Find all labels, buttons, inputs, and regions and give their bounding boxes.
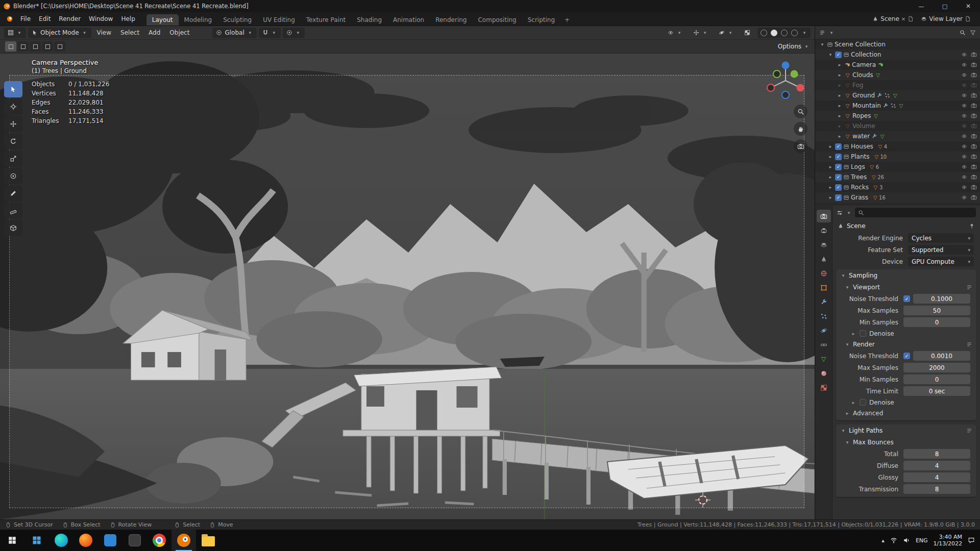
outliner-row-camera[interactable]: ▸ Camera — [815, 60, 980, 70]
visibility-dropdown[interactable]: ▾ — [664, 28, 686, 38]
rendered-shading-button[interactable] — [791, 30, 798, 36]
select-mode-subtract-button[interactable] — [30, 41, 41, 52]
disclosure-icon[interactable]: ▸ — [837, 72, 843, 78]
disclosure-icon[interactable]: ▸ — [837, 123, 843, 129]
close-button[interactable]: ✕ — [957, 0, 980, 12]
taskbar-app-dark[interactable] — [122, 530, 147, 551]
render-visibility-icon[interactable] — [971, 184, 977, 190]
outliner-row-houses[interactable]: ▸ ✓ Houses ▽4 — [815, 141, 980, 152]
collection-checkbox[interactable]: ✓ — [835, 184, 842, 191]
taskbar-app-grid[interactable] — [24, 530, 49, 551]
view-layer-selector[interactable]: View Layer — [919, 14, 973, 23]
workspace-tab-animation[interactable]: Animation — [387, 14, 430, 26]
hide-eye-icon[interactable] — [961, 62, 967, 68]
outliner-row-rocks[interactable]: ▸ ✓ Rocks ▽3 — [815, 182, 980, 192]
collection-checkbox[interactable]: ✓ — [835, 174, 842, 181]
camera-view-button[interactable] — [794, 139, 807, 153]
time-limit-field[interactable]: 0 sec — [903, 386, 970, 396]
outliner-row-fog[interactable]: ▸ ▽ Fog — [815, 80, 980, 90]
disclosure-icon[interactable]: ▸ — [827, 154, 834, 159]
select-mode-intersect-button[interactable] — [54, 41, 65, 52]
viewport-subpanel-header[interactable]: ▾ Viewport — [836, 282, 976, 293]
menu-render[interactable]: Render — [55, 15, 85, 22]
hide-eye-icon[interactable] — [961, 52, 967, 58]
glossy-bounces-field[interactable]: 4 — [903, 472, 970, 482]
outliner-row-trees[interactable]: ▸ ✓ Trees ▽26 — [815, 172, 980, 182]
solid-shading-button[interactable] — [771, 30, 777, 36]
blender-logo-icon[interactable] — [0, 3, 13, 10]
constraints-properties-tab[interactable] — [817, 338, 831, 351]
options-dropdown[interactable]: Options ▾ — [778, 43, 810, 50]
taskbar-app-edge[interactable] — [49, 530, 74, 551]
workspace-tab-modeling[interactable]: Modeling — [179, 14, 218, 26]
viewport-3d[interactable]: Camera Perspective (1) Trees | Ground Ob… — [0, 54, 815, 519]
outliner-row-plants[interactable]: ▸ ✓ Plants ▽10 — [815, 152, 980, 162]
collection-checkbox[interactable]: ✓ — [835, 164, 842, 170]
menu-file[interactable]: File — [16, 15, 35, 22]
menu-select[interactable]: Select — [117, 29, 143, 36]
workspace-tab-layout[interactable]: Layout — [146, 14, 179, 26]
disclosure-icon[interactable]: ▸ — [827, 185, 834, 190]
render-visibility-icon[interactable] — [971, 62, 977, 68]
collection-checkbox[interactable]: ✓ — [835, 154, 842, 160]
collection-checkbox[interactable]: ✓ — [835, 143, 842, 150]
mode-select[interactable]: Object Mode ▾ — [28, 28, 91, 38]
hide-eye-icon[interactable] — [961, 194, 967, 201]
diffuse-bounces-field[interactable]: 4 — [903, 461, 970, 470]
sampling-panel-header[interactable]: ▾ Sampling — [836, 269, 976, 282]
hide-eye-icon[interactable] — [961, 72, 967, 78]
properties-search-input[interactable] — [867, 209, 973, 216]
new-view-layer-icon[interactable] — [965, 16, 971, 22]
render-visibility-icon[interactable] — [971, 133, 977, 139]
add-workspace-button[interactable]: + — [560, 14, 574, 26]
workspace-tab-texture-paint[interactable]: Texture Paint — [301, 14, 351, 26]
noise-threshold-checkbox[interactable]: ✓ — [903, 295, 910, 302]
render-visibility-icon[interactable] — [971, 123, 977, 129]
cursor-tool[interactable] — [4, 98, 22, 115]
snap-toggle[interactable]: ▾ — [259, 28, 281, 38]
navigation-gizmo[interactable] — [764, 59, 807, 103]
physics-properties-tab[interactable] — [817, 324, 831, 337]
menu-help[interactable]: Help — [117, 15, 139, 22]
disclosure-icon[interactable]: ▸ — [827, 195, 834, 200]
hide-eye-icon[interactable] — [961, 92, 967, 98]
transmission-bounces-field[interactable]: 8 — [903, 484, 970, 494]
disclosure-icon[interactable]: ▾ — [827, 52, 834, 57]
outliner-row-clouds[interactable]: ▸ ▽ Clouds ▽ — [815, 70, 980, 80]
outliner-row-grass[interactable]: ▸ ✓ Grass ▽16 — [815, 192, 980, 203]
workspace-tab-uv-editing[interactable]: UV Editing — [257, 14, 301, 26]
view-layer-properties-tab[interactable] — [817, 238, 831, 251]
notification-center-icon[interactable] — [968, 537, 975, 544]
unlink-scene-icon[interactable]: ✕ — [901, 16, 905, 22]
render-min-samples-field[interactable]: 0 — [903, 374, 970, 384]
taskbar-app-blender[interactable] — [172, 530, 196, 551]
select-mode-invert-button[interactable] — [42, 41, 53, 52]
viewport-denoise-checkbox[interactable] — [860, 330, 866, 337]
hide-eye-icon[interactable] — [961, 174, 967, 180]
viewport-min-samples-field[interactable]: 0 — [903, 317, 970, 327]
select-mode-extend-button[interactable] — [17, 41, 29, 52]
outliner-row-logs[interactable]: ▸ ✓ Logs ▽6 — [815, 162, 980, 172]
world-properties-tab[interactable] — [817, 267, 831, 280]
render-noise-threshold-field[interactable]: 0.0010 — [913, 351, 970, 361]
device-select[interactable]: GPU Compute▾ — [908, 257, 974, 266]
render-visibility-icon[interactable] — [971, 113, 977, 119]
hide-eye-icon[interactable] — [961, 154, 967, 160]
dropdown-icon[interactable]: ▾ — [846, 210, 852, 215]
menu-view[interactable]: View — [93, 29, 115, 36]
measure-tool[interactable] — [4, 203, 22, 219]
workspace-tab-sculpting[interactable]: Sculpting — [217, 14, 257, 26]
select-mode-set-button[interactable] — [5, 41, 16, 52]
preset-menu-icon[interactable] — [966, 341, 972, 347]
render-visibility-icon[interactable] — [971, 143, 977, 149]
rotate-tool[interactable] — [4, 133, 22, 149]
search-icon[interactable] — [960, 30, 966, 36]
render-visibility-icon[interactable] — [971, 154, 977, 160]
shading-dropdown-icon[interactable]: ▾ — [801, 30, 807, 35]
render-properties-tab[interactable] — [817, 210, 831, 222]
outliner-row-volume[interactable]: ▸ ▽ Volume — [815, 121, 980, 131]
menu-window[interactable]: Window — [85, 15, 117, 22]
zoom-button[interactable] — [794, 105, 807, 118]
gizmos-dropdown[interactable]: ▾ — [690, 28, 712, 38]
render-visibility-icon[interactable] — [971, 174, 977, 180]
